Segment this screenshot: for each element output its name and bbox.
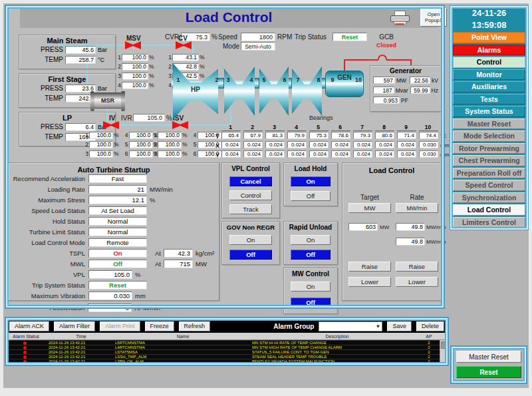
gcb-line-h1 [344, 59, 378, 61]
bearing-y-field: 0.024 [353, 150, 372, 158]
alarm-group-dropdown[interactable]: ▼ [319, 321, 382, 331]
rate-mwmin-button[interactable]: MW/min [396, 203, 438, 213]
ivr-field: 105.0 [133, 114, 165, 122]
rapid-unload-on-button[interactable]: On [291, 235, 331, 245]
rapid-unload-off-button[interactable]: Off [291, 250, 331, 260]
bearing-number: 1 [221, 124, 241, 131]
rate-value2-field[interactable]: 49.8 [396, 238, 425, 246]
load-control-box: Load Control Target Rate MW MW/min 603 M… [342, 162, 442, 301]
alarm-name: L5RTCMNSTMA [114, 341, 251, 345]
vpl-control-button[interactable]: Control [229, 190, 272, 200]
alarm-row[interactable]: 2024-11-26 13:42:21 L5RTCMNSTMA MN STM H… [7, 340, 440, 345]
alarm-row[interactable]: 2024-11-26 13:42:21 L3BN_OK_ALM BENTLEY … [7, 359, 440, 363]
target-label: Target [348, 194, 391, 201]
main-steam-box: Main Steam PRESS45.6Bar TEMP258.7°C [19, 35, 116, 69]
sidebar-item-mode-selection[interactable]: Mode Selection [453, 130, 525, 142]
alarm-dot-icon [23, 360, 27, 363]
delete-button[interactable]: Delete [416, 321, 444, 331]
valve-position-field: 100.0 [158, 132, 182, 139]
valve-position-field: 100.0 [122, 73, 148, 80]
sidebar-item-monitor[interactable]: Monitor [453, 69, 525, 81]
speed-field: 1800 [241, 33, 275, 41]
cvr-label: CVR [165, 33, 179, 41]
alarm-ap: 2 [422, 350, 436, 354]
gov-on-button[interactable]: On [229, 235, 272, 245]
sidebar-item-speed-control[interactable]: Speed Control [453, 180, 525, 191]
rate-raise-button[interactable]: Raise [396, 262, 438, 272]
vpl-cancel-button[interactable]: Cancel [229, 176, 272, 186]
turbine-limit-status-field: Normal [88, 228, 147, 236]
alarm-filter-button[interactable]: Alarm Filter [54, 321, 95, 331]
bearing-number: 2 [243, 124, 263, 131]
freeze-button[interactable]: Freeze [145, 321, 174, 331]
master-reset-button[interactable]: Master Reset [456, 351, 521, 363]
open-popup-button[interactable]: Open Popup1 [420, 8, 447, 27]
time-display: 13:59:08 [452, 19, 527, 31]
alarm-ack-button[interactable]: Alarm ACK [9, 321, 49, 331]
gen-kv-field: 22.56 [410, 77, 430, 84]
sidebar-item-master-reset[interactable]: Master Reset [453, 118, 525, 130]
alarm-row[interactable]: 2024-11-26 13:42:21 L4RTCMNSTMA MN STM H… [7, 345, 440, 349]
rate-lower-button[interactable]: Lower [396, 277, 438, 287]
sidebar-item-system-status[interactable]: System Status [453, 106, 525, 117]
bearing-x-field: 0.024 [221, 141, 241, 148]
sidebar-item-control[interactable]: Control [453, 57, 525, 68]
vpl-track-button[interactable]: Track [229, 204, 272, 214]
vpl-control-box: VPL Control Cancel Control Track [221, 162, 280, 218]
press-field: 6.4 [65, 123, 96, 131]
target-mw-button[interactable]: MW [348, 203, 391, 213]
reset-button[interactable]: Reset [456, 366, 521, 378]
msr-drum: MSR [92, 93, 123, 108]
ivr-label: IVR [121, 114, 132, 122]
bearing-x-field: 0.024 [243, 141, 263, 148]
valve-row: 4 100.0 % [116, 81, 154, 90]
alarm-ap: 2 [422, 345, 436, 349]
alarm-row[interactable]: 2024-11-26 13:42:21 LSSH_TMP_ALM STEAM S… [7, 354, 440, 359]
sidebar-item-point-view[interactable]: Point View [453, 32, 525, 43]
alarm-dot-icon [23, 346, 27, 349]
bearing-temp-field: 75.3 [309, 132, 329, 139]
bearing-y-row: 0.0240.0240.0240.0240.0240.0240.0240.024… [221, 150, 438, 158]
trip-system-status-field: Reset [88, 281, 147, 290]
gov-off-button[interactable]: Off [229, 250, 272, 260]
save-button[interactable]: Save [387, 321, 412, 331]
printer-icon[interactable] [390, 11, 411, 27]
mw-control-on-button[interactable]: On [291, 282, 331, 292]
alarm-print-button[interactable]: Alarm Print [100, 321, 140, 331]
sidebar-item-limiters-control[interactable]: Limiters Control [453, 217, 525, 228]
bearing-number: 4 [287, 124, 307, 131]
target-raise-button[interactable]: Raise [348, 262, 391, 272]
bearing-y-field: 0.024 [243, 150, 263, 158]
bearing-x-field: 0.024 [375, 141, 394, 148]
refresh-button[interactable]: Refresh [179, 321, 211, 331]
mw-control-off-button[interactable]: Off [291, 297, 331, 307]
target-value-field[interactable]: 603 [348, 223, 378, 231]
alarm-description: BENTLEY NEVADA SYSTEM MALFUNCTION [251, 359, 422, 363]
sidebar-item-preparation-roll-off[interactable]: Preparation Roll off [453, 168, 525, 179]
bearing-y-field: 0.024 [375, 150, 394, 158]
load-hold-on-button[interactable]: On [291, 176, 331, 186]
sidebar-item-tests[interactable]: Tests [453, 94, 525, 105]
alarm-time: 2024-11-26 13:42:21 [45, 341, 114, 345]
sidebar-item-chest-prewarming[interactable]: Chest Prewarming [453, 155, 525, 166]
trip-status-field: Reset [332, 33, 367, 41]
valve-row: 2 42.8 % [166, 62, 205, 71]
tspl-field: On [88, 249, 147, 258]
rate-value-field[interactable]: 49.8 [396, 223, 425, 231]
hmi-screen: Load Control Open Popup1 CVR 75.3 % Spee… [0, 0, 532, 396]
alarm-scrollbar[interactable] [440, 340, 446, 363]
valve-position-field: 100.0 [89, 150, 113, 158]
sidebar-item-auxiliaries[interactable]: Auxiliaries [453, 81, 525, 93]
valve-position-field: 100.0 [158, 141, 182, 148]
target-lower-button[interactable]: Lower [348, 277, 391, 287]
chevron-down-icon: ▼ [376, 323, 381, 329]
vpl-field: 105.0 [88, 270, 132, 279]
bearing-temp-field: 74.4 [419, 132, 438, 139]
bearings-label: Bearings [309, 114, 333, 121]
sidebar-item-load-control[interactable]: Load Control [453, 204, 525, 216]
sidebar-item-alarms[interactable]: Alarms [453, 45, 525, 56]
alarm-row[interactable]: 2024-11-26 13:42:21 LSTAT5MSA STATUS_5 F… [7, 349, 440, 354]
load-hold-off-button[interactable]: Off [291, 191, 331, 201]
sidebar-item-synchronization[interactable]: Synchronization [453, 192, 525, 204]
sidebar-item-rotor-prewarming[interactable]: Rotor Prewarming [453, 143, 525, 154]
